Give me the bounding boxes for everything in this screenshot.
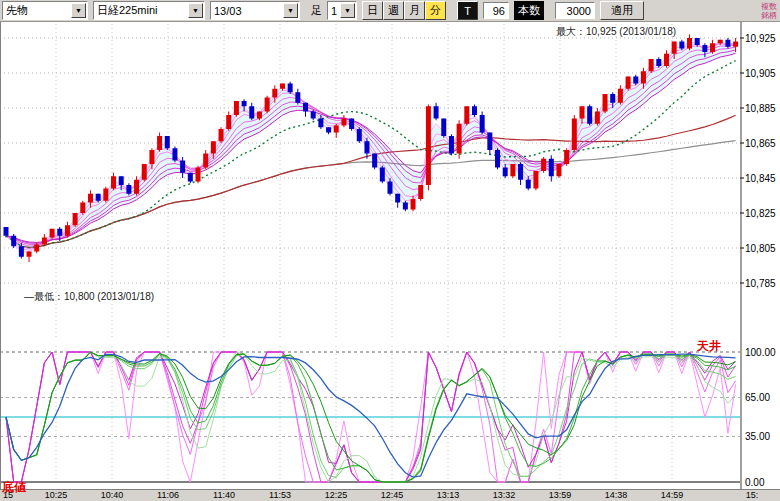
- chevron-down-icon[interactable]: ▼: [340, 3, 355, 18]
- time-label: 14:59: [652, 490, 692, 500]
- price-and-oscillator-chart[interactable]: 10,92510,90510,88510,86510,84510,82510,8…: [0, 22, 780, 489]
- interval-select[interactable]: 1 ▼: [327, 1, 357, 20]
- period-month-button[interactable]: 月: [404, 1, 425, 20]
- t-button[interactable]: T: [457, 1, 478, 20]
- timeframe-label: 足: [311, 3, 322, 18]
- bars-input[interactable]: 96: [483, 2, 509, 19]
- chevron-down-icon[interactable]: ▼: [188, 3, 203, 18]
- session-low-annotation: ―最低：10,800 (2013/01/18): [24, 290, 154, 304]
- time-label: 11:40: [204, 490, 244, 500]
- svg-text:10,885: 10,885: [745, 103, 776, 114]
- svg-text:35.00: 35.00: [745, 431, 770, 442]
- time-label: 11:06: [148, 490, 188, 500]
- multi-symbol-line2: 銘柄: [761, 11, 777, 20]
- floor-annotation: 底値: [2, 479, 26, 496]
- multi-symbol-label[interactable]: 複数 銘柄: [761, 2, 778, 20]
- instrument-select[interactable]: 先物 ▼: [2, 1, 88, 20]
- svg-text:100.00: 100.00: [745, 347, 776, 358]
- svg-text:65.00: 65.00: [745, 392, 770, 403]
- svg-text:10,905: 10,905: [745, 68, 776, 79]
- svg-text:10,825: 10,825: [745, 208, 776, 219]
- multi-symbol-line1: 複数: [761, 2, 777, 11]
- toolbar: 先物 ▼ 日経225mini ▼ 13/03 ▼ 足 1 ▼ 日 週 月 分 T…: [0, 0, 780, 22]
- svg-text:10,865: 10,865: [745, 138, 776, 149]
- chevron-down-icon[interactable]: ▼: [71, 3, 86, 18]
- contract-value: 13/03: [211, 5, 242, 17]
- time-label: 12:45: [372, 490, 412, 500]
- session-high-annotation: 最大：10,925 (2013/01/18): [556, 25, 676, 39]
- apply-button[interactable]: 適用: [600, 1, 644, 20]
- chart-area[interactable]: 10,92510,90510,88510,86510,84510,82510,8…: [0, 22, 780, 489]
- period-button-group: 日 週 月 分: [362, 1, 446, 20]
- time-label: 11:53: [260, 490, 300, 500]
- interval-value: 1: [328, 5, 337, 17]
- time-label: 13:59: [540, 490, 580, 500]
- ceiling-annotation: 天井: [697, 338, 721, 355]
- svg-text:10,785: 10,785: [745, 278, 776, 289]
- symbol-select[interactable]: 日経225mini ▼: [93, 1, 205, 20]
- contract-select[interactable]: 13/03 ▼: [210, 1, 300, 20]
- symbol-value: 日経225mini: [94, 3, 158, 18]
- time-label: 14:38: [596, 490, 636, 500]
- svg-text:10,805: 10,805: [745, 243, 776, 254]
- time-label: 13:32: [484, 490, 524, 500]
- time-label: 13:13: [428, 490, 468, 500]
- instrument-value: 先物: [3, 3, 28, 18]
- chevron-down-icon[interactable]: ▼: [283, 3, 298, 18]
- time-label: 12:25: [316, 490, 356, 500]
- bars-label: 本数: [514, 1, 544, 20]
- period-week-button[interactable]: 週: [383, 1, 404, 20]
- time-label: 10:25: [36, 490, 76, 500]
- svg-text:10,925: 10,925: [745, 33, 776, 44]
- svg-text:0.00: 0.00: [745, 477, 765, 488]
- chart-window: 先物 ▼ 日経225mini ▼ 13/03 ▼ 足 1 ▼ 日 週 月 分 T…: [0, 0, 780, 501]
- period-day-button[interactable]: 日: [362, 1, 383, 20]
- svg-text:10,845: 10,845: [745, 173, 776, 184]
- time-axis: 1510:2510:4011:0611:4011:5312:2512:4513:…: [0, 489, 780, 501]
- period-minute-button[interactable]: 分: [425, 1, 446, 20]
- time-label: 15:: [732, 490, 772, 500]
- count-input[interactable]: 3000: [555, 2, 595, 19]
- time-label: 10:40: [92, 490, 132, 500]
